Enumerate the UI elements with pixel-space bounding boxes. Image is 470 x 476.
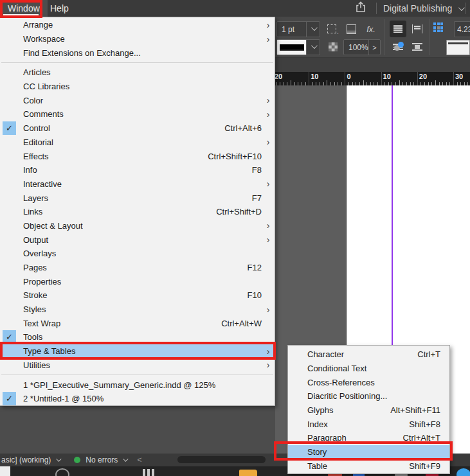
stroke-color-combo[interactable] bbox=[276, 39, 320, 55]
workspace-switcher[interactable]: Digital Publishing bbox=[383, 0, 463, 17]
menu-item-object-layout[interactable]: Object & Layout› bbox=[0, 219, 275, 233]
ruler-label: 20 bbox=[275, 73, 282, 80]
menu-item-pages[interactable]: PagesF12 bbox=[0, 261, 275, 275]
menu-item-editorial[interactable]: Editorial› bbox=[0, 136, 275, 150]
submenu-arrow-icon: › bbox=[262, 347, 275, 356]
collapse-arrow[interactable]: < bbox=[137, 455, 141, 464]
menu-item-find-extensions-on-exchange[interactable]: Find Extensions on Exchange... bbox=[0, 46, 275, 60]
text-wrap-button[interactable] bbox=[390, 39, 406, 55]
align-center-button[interactable] bbox=[409, 39, 426, 55]
menu-item-interactive[interactable]: Interactive› bbox=[0, 177, 275, 191]
menu-item-workspace[interactable]: Workspace› bbox=[0, 32, 275, 46]
menu-item-tools[interactable]: ✓Tools bbox=[0, 330, 275, 344]
corner-options-button[interactable]: . bbox=[327, 22, 339, 35]
menu-item-output[interactable]: Output› bbox=[0, 233, 275, 247]
submenu-item-label: Index bbox=[307, 419, 328, 429]
menu-item-text-wrap[interactable]: Text WrapCtrl+Alt+W bbox=[0, 316, 275, 330]
menu-item-layers[interactable]: LayersF7 bbox=[0, 191, 275, 205]
submenu-item-label: Cross-References bbox=[307, 378, 375, 387]
drop-shadow-icon bbox=[347, 24, 356, 34]
justify-all-icon bbox=[393, 24, 402, 33]
menu-item-articles[interactable]: Articles bbox=[0, 66, 275, 80]
menu-item-label: Tools bbox=[23, 332, 42, 342]
checkmark-placeholder bbox=[3, 66, 16, 79]
menu-item-overlays[interactable]: Overlays bbox=[0, 247, 275, 261]
submenu-item-label: Diacritic Positioning... bbox=[307, 391, 387, 401]
menu-open-underline bbox=[3, 14, 39, 16]
submenu-item-character[interactable]: CharacterCtrl+T bbox=[288, 348, 449, 362]
menu-item-effects[interactable]: EffectsCtrl+Shift+F10 bbox=[0, 149, 275, 163]
effects-fx-button[interactable]: fx. bbox=[364, 22, 378, 35]
menu-item-label: Type & Tables bbox=[23, 346, 75, 356]
menu-item-info[interactable]: InfoF8 bbox=[0, 163, 275, 177]
menu-item-utilities[interactable]: Utilities› bbox=[0, 358, 275, 373]
menu-item-properties[interactable]: Properties bbox=[0, 274, 275, 288]
menu-item-label: Info bbox=[23, 165, 37, 175]
justify-all-button[interactable] bbox=[390, 21, 406, 37]
ruler-tick bbox=[417, 72, 418, 85]
taskbar-folder-icon[interactable] bbox=[239, 470, 257, 476]
share-icon bbox=[354, 1, 367, 16]
share-button[interactable] bbox=[352, 1, 369, 15]
menu-item-2-untitled-1-150[interactable]: ✓2 *Untitled-1 @ 150% bbox=[0, 392, 275, 406]
checkmark-placeholder bbox=[3, 177, 16, 191]
submenu-item-table[interactable]: TableShift+F9 bbox=[288, 459, 449, 473]
menu-item-color[interactable]: Color› bbox=[0, 93, 275, 107]
horizontal-scrollbar[interactable] bbox=[177, 456, 266, 463]
control-panel: 1 pt . fx. ▲▼ bbox=[275, 17, 470, 58]
submenu-item-shortcut: Ctrl+Alt+T bbox=[402, 433, 440, 443]
taskbar-circle-app-icon[interactable] bbox=[55, 468, 69, 476]
menu-item-type-tables[interactable]: Type & Tables› bbox=[0, 344, 275, 358]
menu-item-arrange[interactable]: Arrange› bbox=[0, 18, 275, 32]
submenu-item-glyphs[interactable]: GlyphsAlt+Shift+F11 bbox=[288, 403, 449, 418]
ruler-tick bbox=[327, 80, 327, 85]
align-center-icon bbox=[412, 42, 422, 51]
reference-point-icon bbox=[433, 22, 443, 32]
stroke-weight-combo[interactable]: 1 pt bbox=[276, 21, 320, 37]
taskbar-glyph-app-icon[interactable] bbox=[143, 469, 162, 476]
indent-options-button[interactable] bbox=[409, 21, 426, 37]
panel-gap bbox=[275, 58, 470, 72]
menu-item-cc-libraries[interactable]: CC Libraries bbox=[0, 80, 275, 94]
control-divider bbox=[384, 19, 385, 55]
submenu-arrow-icon: › bbox=[262, 137, 275, 146]
opacity-field[interactable]: 100% > bbox=[343, 39, 381, 55]
checkmark-placeholder bbox=[3, 233, 16, 247]
submenu-item-conditional-text[interactable]: Conditional Text bbox=[288, 362, 449, 376]
fill-swatch-preview[interactable] bbox=[446, 40, 470, 55]
submenu-item-shortcut: Shift+F9 bbox=[409, 461, 440, 471]
menu-item-comments[interactable]: Comments› bbox=[0, 107, 275, 121]
menu-help[interactable]: Help bbox=[42, 0, 77, 17]
menu-item-styles[interactable]: Styles› bbox=[0, 303, 275, 317]
menu-item-stroke[interactable]: StrokeF10 bbox=[0, 288, 275, 303]
taskbar-partial-window-icon[interactable] bbox=[0, 466, 10, 476]
drop-shadow-button[interactable] bbox=[345, 22, 357, 35]
menu-item-shortcut: F10 bbox=[248, 290, 262, 300]
menu-item-label: Workspace bbox=[23, 34, 65, 44]
submenu-item-cross-references[interactable]: Cross-References bbox=[288, 375, 449, 389]
opacity-expand-button[interactable]: > bbox=[368, 40, 380, 55]
checkmark-icon: ✓ bbox=[3, 121, 16, 135]
chevron-down-icon[interactable] bbox=[123, 456, 129, 461]
x-position-field[interactable]: 4.23 bbox=[454, 21, 470, 37]
menu-item-label: Editorial bbox=[23, 137, 53, 147]
ruler-tick bbox=[435, 80, 436, 85]
transparency-button[interactable] bbox=[327, 40, 339, 53]
stroke-color-dropdown[interactable] bbox=[306, 40, 320, 55]
submenu-item-index[interactable]: IndexShift+F8 bbox=[288, 417, 449, 431]
menu-item-links[interactable]: LinksCtrl+Shift+D bbox=[0, 205, 275, 219]
reference-point-proxy[interactable] bbox=[433, 22, 443, 32]
preflight-status-label[interactable]: No errors bbox=[86, 455, 118, 464]
ruler-tick bbox=[399, 80, 400, 85]
submenu-item-paragraph[interactable]: ParagraphCtrl+Alt+T bbox=[288, 431, 449, 445]
submenu-arrow-icon: › bbox=[262, 305, 275, 314]
taskbar-blue-circle-icon[interactable] bbox=[456, 468, 470, 476]
stroke-weight-dropdown[interactable] bbox=[306, 22, 320, 37]
checkmark-placeholder bbox=[3, 136, 16, 149]
chevron-down-icon[interactable] bbox=[57, 456, 62, 461]
submenu-item-story[interactable]: Story bbox=[288, 445, 449, 459]
submenu-item-diacritic-positioning[interactable]: Diacritic Positioning... bbox=[288, 389, 449, 403]
preflight-profile-label[interactable]: asic] (working) bbox=[1, 455, 51, 464]
menu-item-1-gpi-executive-summary-generic-indd-125[interactable]: 1 *GPI_Executive_Summary_Generic.indd @ … bbox=[0, 378, 275, 392]
menu-item-control[interactable]: ✓ControlCtrl+Alt+6 bbox=[0, 121, 275, 136]
